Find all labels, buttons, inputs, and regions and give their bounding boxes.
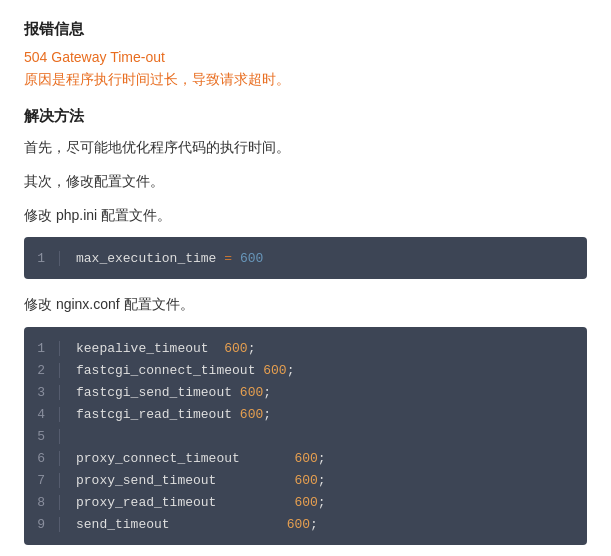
line-number: 9 xyxy=(24,517,60,532)
code-line-nginx-5: 5 xyxy=(24,425,587,447)
error-section-title: 报错信息 xyxy=(24,20,587,39)
solution-step2: 其次，修改配置文件。 xyxy=(24,170,587,194)
code-line-nginx-7: 7 proxy_send_timeout 600; xyxy=(24,469,587,491)
code-line-nginx-9: 9 send_timeout 600; xyxy=(24,513,587,535)
code-text: fastcgi_send_timeout 600; xyxy=(60,385,271,400)
nginx-config-prefix: 修改 nginx.conf 配置文件。 xyxy=(24,296,194,312)
code-line-nginx-3: 3 fastcgi_send_timeout 600; xyxy=(24,381,587,403)
line-number: 6 xyxy=(24,451,60,466)
code-text: fastcgi_connect_timeout 600; xyxy=(60,363,294,378)
line-number: 5 xyxy=(24,429,60,444)
line-number: 2 xyxy=(24,363,60,378)
code-text: send_timeout 600; xyxy=(60,517,318,532)
line-number: 3 xyxy=(24,385,60,400)
error-code: 504 Gateway Time-out xyxy=(24,49,587,65)
line-number: 7 xyxy=(24,473,60,488)
code-line-php-1: 1 max_execution_time = 600 xyxy=(24,247,587,269)
solution-section: 解决方法 首先，尽可能地优化程序代码的执行时间。 其次，修改配置文件。 修改 p… xyxy=(24,107,587,545)
code-text: keepalive_timeout 600; xyxy=(60,341,255,356)
error-section: 报错信息 504 Gateway Time-out 原因是程序执行时间过长，导致… xyxy=(24,20,587,89)
code-line-nginx-8: 8 proxy_read_timeout 600; xyxy=(24,491,587,513)
code-line-nginx-1: 1 keepalive_timeout 600; xyxy=(24,337,587,359)
code-text: fastcgi_read_timeout 600; xyxy=(60,407,271,422)
code-text: proxy_send_timeout 600; xyxy=(60,473,326,488)
nginx-config-label: 修改 nginx.conf 配置文件。 xyxy=(24,293,587,317)
error-description: 原因是程序执行时间过长，导致请求超时。 xyxy=(24,71,587,89)
php-config-prefix: 修改 php.ini 配置文件。 xyxy=(24,207,171,223)
line-number: 1 xyxy=(24,341,60,356)
code-text: proxy_connect_timeout 600; xyxy=(60,451,326,466)
code-line-nginx-4: 4 fastcgi_read_timeout 600; xyxy=(24,403,587,425)
code-text: proxy_read_timeout 600; xyxy=(60,495,326,510)
code-line-nginx-6: 6 proxy_connect_timeout 600; xyxy=(24,447,587,469)
line-number: 1 xyxy=(24,251,60,266)
nginx-code-block: 1 keepalive_timeout 600; 2 fastcgi_conne… xyxy=(24,327,587,545)
line-number: 4 xyxy=(24,407,60,422)
solution-title: 解决方法 xyxy=(24,107,587,126)
code-text: max_execution_time = 600 xyxy=(60,251,263,266)
solution-step1: 首先，尽可能地优化程序代码的执行时间。 xyxy=(24,136,587,160)
code-line-nginx-2: 2 fastcgi_connect_timeout 600; xyxy=(24,359,587,381)
line-number: 8 xyxy=(24,495,60,510)
php-config-label: 修改 php.ini 配置文件。 xyxy=(24,204,587,228)
php-code-block: 1 max_execution_time = 600 xyxy=(24,237,587,279)
